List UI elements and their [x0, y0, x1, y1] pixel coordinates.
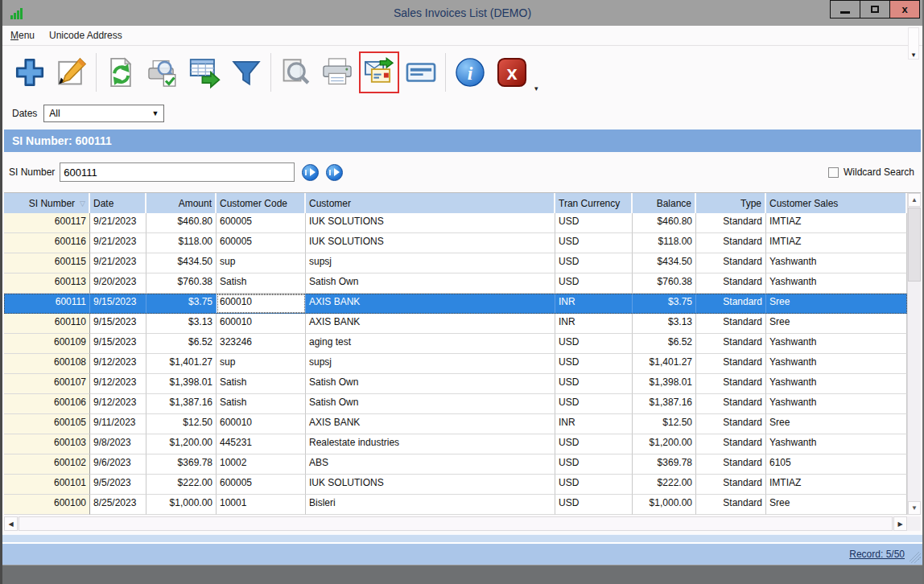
- table-cell[interactable]: INR: [555, 414, 633, 434]
- table-cell[interactable]: sup: [217, 253, 306, 273]
- table-row[interactable]: 6001109/15/2023$3.13600010AXIS BANKINR$3…: [4, 314, 907, 334]
- table-cell[interactable]: USD: [555, 394, 633, 414]
- table-cell[interactable]: $760.38: [633, 273, 696, 294]
- table-cell[interactable]: $12.50: [146, 414, 217, 434]
- column-header[interactable]: Tran Currency: [555, 193, 633, 213]
- table-cell[interactable]: 9/15/2023: [90, 314, 146, 334]
- table-cell[interactable]: sup: [217, 354, 306, 374]
- add-button[interactable]: [9, 51, 51, 94]
- exit-button[interactable]: x: [491, 51, 533, 94]
- table-cell[interactable]: INR: [555, 294, 633, 314]
- table-cell[interactable]: 600109: [4, 334, 90, 354]
- table-cell[interactable]: 600108: [4, 354, 90, 374]
- horizontal-scroll-thumb[interactable]: [19, 516, 893, 531]
- table-cell[interactable]: $12.50: [633, 414, 696, 434]
- table-cell[interactable]: 600113: [4, 273, 90, 294]
- table-cell[interactable]: 600101: [4, 475, 90, 495]
- table-cell[interactable]: 600102: [4, 454, 90, 475]
- table-cell[interactable]: 600107: [4, 374, 90, 394]
- table-cell[interactable]: $369.78: [146, 454, 217, 475]
- table-row[interactable]: 6001089/12/2023$1,401.27supsupsjUSD$1,40…: [4, 354, 907, 374]
- table-cell[interactable]: 9/11/2023: [90, 414, 146, 434]
- table-cell[interactable]: 9/12/2023: [90, 374, 146, 394]
- search-next-button[interactable]: [326, 164, 343, 181]
- table-cell[interactable]: 8/25/2023: [90, 495, 146, 515]
- table-cell[interactable]: USD: [555, 434, 633, 454]
- resize-grip[interactable]: [910, 552, 921, 563]
- minimize-button[interactable]: [830, 0, 860, 19]
- column-header[interactable]: Amount: [146, 193, 217, 213]
- table-cell[interactable]: 9/15/2023: [90, 294, 146, 314]
- table-cell[interactable]: 600106: [4, 394, 90, 414]
- table-cell[interactable]: $434.50: [146, 253, 217, 273]
- table-cell[interactable]: Standard: [696, 394, 766, 414]
- table-cell[interactable]: USD: [555, 475, 633, 495]
- table-cell[interactable]: $460.80: [146, 213, 217, 233]
- table-cell[interactable]: $222.00: [633, 475, 696, 495]
- table-cell[interactable]: 9/5/2023: [90, 475, 146, 495]
- table-cell[interactable]: 9/6/2023: [90, 454, 146, 475]
- table-cell[interactable]: 9/20/2023: [90, 273, 146, 294]
- table-row[interactable]: 6001179/21/2023$460.80600005IUK SOLUTION…: [4, 213, 907, 233]
- table-cell[interactable]: 600005: [217, 213, 306, 233]
- table-cell[interactable]: Sree: [766, 314, 907, 334]
- table-cell[interactable]: $1,398.01: [146, 374, 217, 394]
- table-cell[interactable]: USD: [555, 273, 633, 294]
- column-header[interactable]: Customer: [306, 193, 555, 213]
- table-row[interactable]: 6001019/5/2023$222.00600005IUK SOLUTIONS…: [4, 475, 907, 495]
- table-cell[interactable]: 6105: [766, 454, 907, 475]
- table-cell[interactable]: Standard: [696, 374, 766, 394]
- column-header[interactable]: Customer Code: [217, 193, 306, 213]
- table-row[interactable]: 6001008/25/2023$1,000.0010001BisleriUSD$…: [4, 495, 907, 515]
- table-cell[interactable]: $6.52: [633, 334, 696, 354]
- table-cell[interactable]: $1,401.27: [633, 354, 696, 374]
- table-cell[interactable]: USD: [555, 233, 633, 253]
- table-cell[interactable]: Yashwanth: [766, 253, 907, 273]
- table-cell[interactable]: 9/12/2023: [90, 354, 146, 374]
- print-button[interactable]: [316, 51, 358, 94]
- table-cell[interactable]: Satish Own: [306, 394, 555, 414]
- table-row[interactable]: 6001099/15/2023$6.52323246aging testUSD$…: [4, 334, 907, 354]
- table-cell[interactable]: Satish Own: [306, 374, 555, 394]
- table-cell[interactable]: 600116: [4, 233, 90, 253]
- table-cell[interactable]: $3.75: [146, 294, 217, 314]
- table-cell[interactable]: AXIS BANK: [306, 294, 555, 314]
- table-cell[interactable]: AXIS BANK: [306, 414, 555, 434]
- table-cell[interactable]: Standard: [696, 454, 766, 475]
- toolbar-overflow-button[interactable]: ▾: [908, 27, 919, 60]
- table-cell[interactable]: $1,401.27: [146, 354, 217, 374]
- scroll-left-button[interactable]: ◀: [4, 516, 18, 531]
- table-cell[interactable]: $1,200.00: [146, 434, 217, 454]
- table-cell[interactable]: Yashwanth: [766, 273, 907, 294]
- horizontal-scrollbar[interactable]: [18, 516, 893, 531]
- table-cell[interactable]: Yashwanth: [766, 334, 907, 354]
- table-cell[interactable]: 600010: [217, 294, 306, 314]
- table-cell[interactable]: 9/8/2023: [90, 434, 146, 454]
- toolbar-more-button[interactable]: ▾: [534, 84, 538, 93]
- table-cell[interactable]: 600103: [4, 434, 90, 454]
- table-cell[interactable]: Sree: [766, 495, 907, 515]
- table-row[interactable]: 6001119/15/2023$3.75600010AXIS BANKINR$3…: [4, 294, 907, 314]
- table-cell[interactable]: Standard: [696, 253, 766, 273]
- table-cell[interactable]: IMTIAZ: [766, 213, 907, 233]
- table-cell[interactable]: Standard: [696, 434, 766, 454]
- dates-dropdown[interactable]: All ▼: [43, 105, 164, 122]
- table-cell[interactable]: USD: [555, 354, 633, 374]
- table-cell[interactable]: IMTIAZ: [766, 475, 907, 495]
- table-cell[interactable]: Standard: [696, 314, 766, 334]
- search-prev-button[interactable]: [302, 164, 319, 181]
- table-cell[interactable]: $3.75: [633, 294, 696, 314]
- table-cell[interactable]: IUK SOLUTIONS: [306, 475, 555, 495]
- table-cell[interactable]: IMTIAZ: [766, 233, 907, 253]
- table-row[interactable]: 6001039/8/2023$1,200.00445231Realestate …: [4, 434, 907, 454]
- close-button[interactable]: x: [889, 0, 920, 19]
- scroll-right-button[interactable]: ▶: [893, 516, 907, 531]
- search-button[interactable]: [274, 51, 316, 94]
- table-cell[interactable]: $118.00: [146, 233, 217, 253]
- column-header[interactable]: Customer Sales: [766, 193, 907, 213]
- table-cell[interactable]: Satish: [217, 394, 306, 414]
- table-cell[interactable]: Standard: [696, 233, 766, 253]
- table-cell[interactable]: 600111: [4, 294, 90, 314]
- menu-item-unicode-address[interactable]: Unicode Address: [49, 30, 122, 41]
- table-cell[interactable]: $3.13: [633, 314, 696, 334]
